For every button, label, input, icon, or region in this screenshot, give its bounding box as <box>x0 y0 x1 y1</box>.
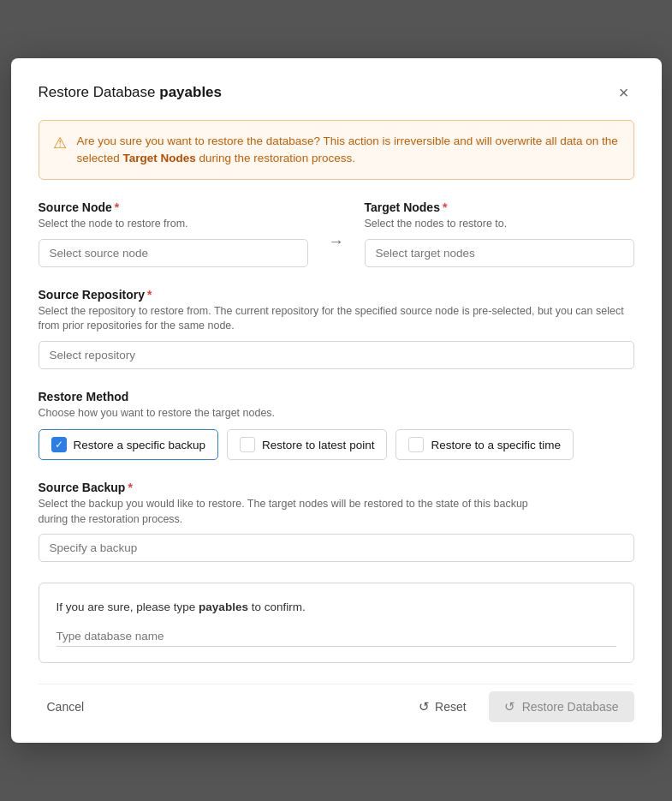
source-repo-required: * <box>147 288 152 302</box>
method-option-specific-backup[interactable]: ✓ Restore a specific backup <box>39 429 219 460</box>
reset-button[interactable]: ↺ Reset <box>410 694 475 720</box>
reset-icon: ↺ <box>419 699 430 714</box>
source-backup-label-text: Source Backup <box>39 481 126 494</box>
method-option-specific-backup-label: Restore a specific backup <box>74 439 206 451</box>
confirm-box: If you are sure, please type payables to… <box>39 583 634 663</box>
close-button[interactable]: × <box>614 82 634 103</box>
source-repo-label: Source Repository * <box>39 288 634 302</box>
source-repo-desc: Select the repository to restore from. T… <box>39 304 634 334</box>
modal-dialog: Restore Database payables × ⚠ Are you su… <box>11 58 662 744</box>
title-prefix: Restore Database <box>39 84 156 100</box>
restore-method-desc: Choose how you want to restore the targe… <box>39 406 634 421</box>
source-backup-input[interactable] <box>39 534 634 562</box>
restore-icon: ↺ <box>504 699 515 714</box>
confirm-text: If you are sure, please type payables to… <box>56 599 616 616</box>
source-repository-group: Source Repository * Select the repositor… <box>39 288 634 369</box>
source-backup-required: * <box>128 481 132 494</box>
target-nodes-label: Target Nodes * <box>365 200 634 214</box>
warning-banner: ⚠ Are you sure you want to restore the d… <box>39 120 634 181</box>
confirm-input[interactable] <box>56 626 616 647</box>
modal-overlay: Restore Database payables × ⚠ Are you su… <box>0 0 672 801</box>
method-option-specific-time[interactable]: Restore to a specific time <box>395 429 574 460</box>
source-backup-label: Source Backup * <box>39 481 634 494</box>
modal-header: Restore Database payables × <box>39 82 634 103</box>
modal-footer: Cancel ↺ Reset ↺ Restore Database <box>39 684 634 722</box>
warning-icon: ⚠ <box>53 134 67 152</box>
method-option-specific-time-label: Restore to a specific time <box>431 439 561 451</box>
confirm-text-after: to confirm. <box>248 601 306 613</box>
source-backup-desc: Select the backup you would like to rest… <box>39 497 634 527</box>
source-node-label: Source Node * <box>39 200 308 214</box>
method-checkbox-specific-backup: ✓ <box>51 437 67 452</box>
source-repo-input[interactable] <box>39 341 634 369</box>
method-checkbox-latest-point <box>240 437 255 452</box>
source-node-required: * <box>115 200 119 214</box>
target-nodes-group: Target Nodes * Select the nodes to resto… <box>365 200 634 267</box>
restore-database-button[interactable]: ↺ Restore Database <box>489 691 634 722</box>
confirm-keyword: payables <box>199 601 248 613</box>
footer-right: ↺ Reset ↺ Restore Database <box>410 691 633 722</box>
warning-link: Target Nodes <box>123 152 196 164</box>
restore-label: Restore Database <box>522 700 619 714</box>
source-backup-desc-line1: Select the backup you would like to rest… <box>39 498 528 510</box>
title-bold: payables <box>159 84 222 100</box>
source-backup-desc-line2: during the restoration process. <box>39 513 183 525</box>
target-nodes-input[interactable] <box>365 239 634 267</box>
method-option-latest-point-label: Restore to latest point <box>262 439 374 451</box>
source-node-desc: Select the node to restore from. <box>39 217 308 232</box>
confirm-text-before: If you are sure, please type <box>56 601 199 613</box>
method-option-latest-point[interactable]: Restore to latest point <box>227 429 387 460</box>
warning-text-after: during the restoration process. <box>196 152 355 164</box>
source-node-group: Source Node * Select the node to restore… <box>39 200 308 267</box>
arrow-connector: → <box>329 233 344 251</box>
method-options: ✓ Restore a specific backup Restore to l… <box>39 429 634 460</box>
restore-method-label-text: Restore Method <box>39 390 129 403</box>
source-repo-label-text: Source Repository <box>39 288 145 302</box>
target-nodes-label-text: Target Nodes <box>365 200 440 214</box>
reset-label: Reset <box>435 700 467 714</box>
source-backup-section: Source Backup * Select the backup you wo… <box>39 481 634 562</box>
warning-text: Are you sure you want to restore the dat… <box>77 133 620 168</box>
cancel-button[interactable]: Cancel <box>39 695 93 719</box>
source-node-label-text: Source Node <box>39 200 112 214</box>
target-nodes-desc: Select the nodes to restore to. <box>365 217 634 232</box>
node-row: Source Node * Select the node to restore… <box>39 200 634 267</box>
restore-method-section: Restore Method Choose how you want to re… <box>39 390 634 461</box>
method-checkbox-specific-time <box>408 437 424 452</box>
target-nodes-required: * <box>443 200 447 214</box>
modal-title: Restore Database payables <box>39 84 223 101</box>
source-node-input[interactable] <box>39 239 308 267</box>
restore-method-label: Restore Method <box>39 390 634 403</box>
